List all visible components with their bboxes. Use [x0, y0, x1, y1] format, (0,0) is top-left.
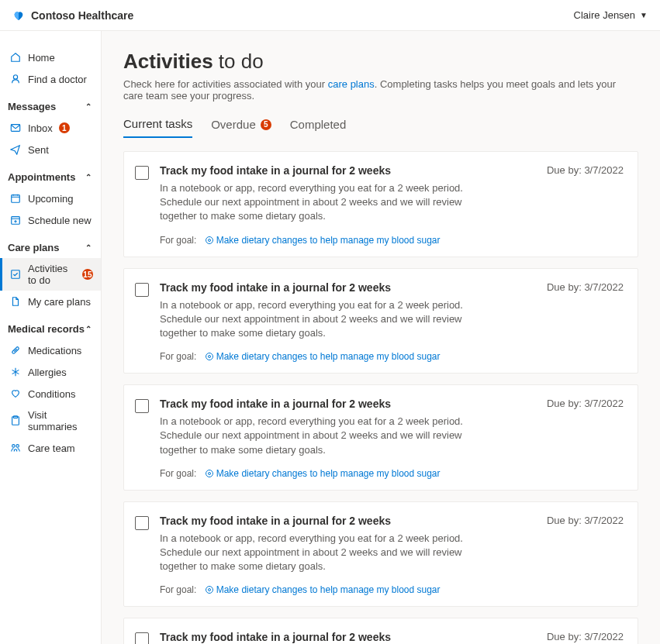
task-title: Track my food intake in a journal for 2 …	[160, 164, 391, 177]
nav-label: Home	[28, 52, 55, 64]
task-description: In a notebook or app, record everything …	[160, 298, 470, 341]
sidebar-item-conditions[interactable]: Conditions	[0, 383, 101, 405]
sidebar-item-schedule-new[interactable]: Schedule new	[0, 209, 101, 231]
goal-link[interactable]: Make dietary changes to help manage my b…	[204, 235, 441, 246]
sidebar-item-find-doctor[interactable]: Find a doctor	[0, 68, 101, 90]
tab-completed[interactable]: Completed	[290, 117, 347, 138]
calendar-add-icon	[9, 214, 22, 226]
nav-header-label: Appointments	[8, 171, 75, 183]
heart-icon	[9, 387, 22, 400]
nav-label: Find a doctor	[28, 74, 87, 85]
home-icon	[9, 51, 22, 64]
nav-label: Allergies	[28, 367, 67, 378]
nav-header-label: Medical records	[8, 323, 85, 335]
logo-heart-icon	[12, 9, 25, 22]
page-title: Activities to do	[123, 50, 638, 74]
brand[interactable]: Contoso Healthcare	[12, 9, 133, 22]
clipboard-icon	[9, 415, 22, 427]
calendar-icon	[9, 192, 22, 205]
target-icon	[204, 468, 215, 479]
task-goal: For goal: Make dietary changes to help m…	[160, 468, 624, 479]
page-title-bold: Activities	[123, 50, 213, 73]
svg-point-15	[208, 472, 210, 474]
task-description: In a notebook or app, record everything …	[160, 415, 470, 457]
badge-count: 1	[59, 122, 70, 133]
tab-overdue[interactable]: Overdue 5	[211, 117, 271, 138]
nav-header-messages[interactable]: Messages ⌃	[0, 96, 101, 117]
task-checkbox[interactable]	[135, 283, 149, 297]
badge-count: 15	[82, 269, 93, 280]
task-card: Track my food intake in a journal for 2 …	[123, 268, 638, 374]
chevron-up-icon: ⌃	[85, 325, 92, 333]
tabs: Current tasks Overdue 5 Completed	[123, 117, 638, 139]
task-list: Track my food intake in a journal for 2 …	[123, 151, 638, 644]
page-subtitle: Check here for activities associated wit…	[123, 78, 638, 102]
brand-name: Contoso Healthcare	[31, 9, 133, 22]
sidebar-item-activities-to-do[interactable]: Activities to do 15	[0, 258, 101, 291]
doctor-icon	[9, 73, 22, 85]
task-goal: For goal: Make dietary changes to help m…	[160, 235, 624, 246]
task-checkbox[interactable]	[135, 399, 149, 413]
task-title: Track my food intake in a journal for 2 …	[160, 515, 391, 527]
tab-current-tasks[interactable]: Current tasks	[123, 117, 192, 138]
nav-label: Sent	[28, 144, 49, 156]
goal-label: For goal:	[160, 235, 196, 246]
goal-label: For goal:	[160, 468, 196, 479]
goal-link[interactable]: Make dietary changes to help manage my b…	[204, 584, 441, 595]
task-due: Due by: 3/7/2022	[547, 515, 624, 526]
send-icon	[9, 143, 22, 156]
svg-rect-2	[12, 195, 20, 203]
task-checkbox[interactable]	[135, 516, 149, 530]
chevron-up-icon: ⌃	[85, 243, 92, 252]
main-content: Activities to do Check here for activiti…	[102, 31, 660, 644]
task-card: Track my food intake in a journal for 2 …	[123, 501, 638, 608]
sidebar-item-upcoming[interactable]: Upcoming	[0, 188, 101, 209]
nav-label: My care plans	[28, 296, 91, 308]
sidebar-item-my-care-plans[interactable]: My care plans	[0, 291, 101, 312]
svg-point-13	[208, 356, 210, 358]
file-icon	[9, 295, 22, 308]
svg-point-0	[13, 75, 17, 79]
chevron-up-icon: ⌃	[85, 173, 92, 181]
task-checkbox[interactable]	[135, 166, 149, 180]
goal-link[interactable]: Make dietary changes to help manage my b…	[204, 351, 441, 362]
nav-label: Schedule new	[28, 215, 92, 226]
goal-label: For goal:	[160, 351, 196, 362]
nav-header-label: Messages	[8, 101, 56, 112]
goal-link[interactable]: Make dietary changes to help manage my b…	[204, 468, 441, 479]
svg-point-14	[206, 470, 213, 477]
task-description: In a notebook or app, record everything …	[160, 532, 470, 574]
task-title: Track my food intake in a journal for 2 …	[160, 631, 391, 643]
svg-point-17	[208, 589, 210, 591]
sidebar-item-inbox[interactable]: Inbox 1	[0, 117, 101, 139]
care-plans-link[interactable]: care plans	[328, 78, 375, 90]
nav-label: Activities to do	[28, 263, 76, 286]
svg-point-9	[16, 445, 19, 448]
svg-point-16	[206, 587, 213, 594]
nav-header-medical-records[interactable]: Medical records ⌃	[0, 319, 101, 339]
page-title-rest: to do	[213, 50, 264, 73]
task-title: Track my food intake in a journal for 2 …	[160, 281, 391, 294]
nav-label: Visit summaries	[28, 409, 93, 432]
checklist-icon	[9, 268, 22, 281]
sidebar-item-home[interactable]: Home	[0, 46, 101, 68]
nav-label: Inbox	[28, 122, 53, 134]
sidebar: Home Find a doctor Messages ⌃	[0, 31, 102, 644]
task-card: Track my food intake in a journal for 2 …	[123, 618, 638, 644]
chevron-up-icon: ⌃	[85, 102, 92, 111]
sidebar-item-allergies[interactable]: Allergies	[0, 361, 101, 383]
nav-header-care-plans[interactable]: Care plans ⌃	[0, 237, 101, 258]
sidebar-item-visit-summaries[interactable]: Visit summaries	[0, 405, 101, 437]
nav-label: Upcoming	[28, 193, 74, 205]
task-checkbox[interactable]	[135, 632, 149, 644]
sidebar-item-medications[interactable]: Medications	[0, 339, 101, 361]
nav-label: Care team	[28, 443, 75, 454]
pill-icon	[9, 344, 22, 356]
target-icon	[204, 584, 215, 595]
badge-count: 5	[261, 119, 271, 130]
svg-rect-4	[12, 270, 20, 279]
sidebar-item-care-team[interactable]: Care team	[0, 437, 101, 459]
user-menu[interactable]: Claire Jensen ▼	[574, 9, 648, 21]
nav-header-appointments[interactable]: Appointments ⌃	[0, 167, 101, 188]
sidebar-item-sent[interactable]: Sent	[0, 139, 101, 160]
